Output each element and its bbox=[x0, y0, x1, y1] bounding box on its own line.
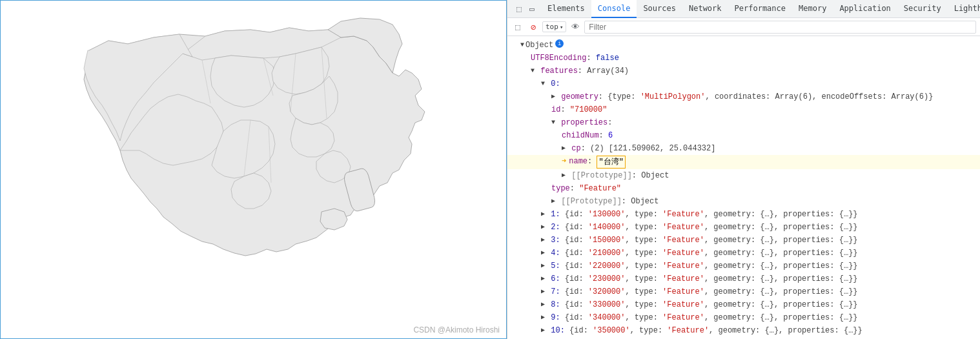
name-highlighted-line: ➜name: "台湾" bbox=[507, 155, 980, 169]
tab-elements[interactable]: Elements bbox=[541, 0, 591, 18]
name-value: "台湾" bbox=[597, 156, 625, 169]
tab-memory[interactable]: Memory bbox=[792, 0, 833, 18]
id-key: id bbox=[551, 104, 560, 116]
properties-triangle[interactable]: ▼ bbox=[551, 117, 555, 128]
device-icon[interactable]: ▭ bbox=[527, 4, 537, 14]
geometry-key: geometry bbox=[556, 91, 598, 103]
tab-lighthouse[interactable]: Lighthouse bbox=[948, 0, 980, 18]
childnum-line: childNum: 6 bbox=[507, 129, 980, 142]
features-key: features bbox=[536, 65, 578, 77]
tab-sources[interactable]: Sources bbox=[637, 0, 682, 18]
devtools-toolbar: ⬚ ⊘ top ▾ 👁 bbox=[507, 18, 980, 36]
features-triangle[interactable]: ▼ bbox=[531, 65, 535, 77]
proto1-line: ▶ [[Prototype]]: Object bbox=[507, 169, 980, 182]
watermark: CSDN @Akimoto Hiroshi bbox=[413, 325, 500, 334]
childnum-value: 6 bbox=[608, 130, 613, 141]
cp-triangle[interactable]: ▶ bbox=[562, 143, 566, 154]
item-0-line: ▼ 0: bbox=[507, 77, 980, 90]
list-item: ▶ 7: {id: '320000', type: 'Feature', geo… bbox=[507, 285, 980, 298]
list-item: ▶ 2: {id: '140000', type: 'Feature', geo… bbox=[507, 221, 980, 234]
id-line: id: "710000" bbox=[507, 103, 980, 116]
id-value: "710000" bbox=[570, 104, 607, 116]
sidebar-toggle-btn[interactable]: ⬚ bbox=[511, 21, 524, 34]
name-key: name bbox=[569, 156, 587, 167]
properties-key: properties bbox=[556, 117, 607, 128]
utf8-line: UTF8Encoding: false bbox=[507, 52, 980, 65]
list-item: ▶ 10: {id: '350000', type: 'Feature', ge… bbox=[507, 324, 980, 337]
context-selector[interactable]: top ▾ bbox=[542, 21, 566, 32]
type-key: type bbox=[551, 183, 570, 194]
item0-key: 0: bbox=[546, 78, 560, 90]
chevron-down-icon: ▾ bbox=[560, 24, 563, 30]
tab-console[interactable]: Console bbox=[591, 0, 637, 18]
tab-network[interactable]: Network bbox=[682, 0, 728, 18]
list-item: ▶ 9: {id: '340000', type: 'Feature', geo… bbox=[507, 311, 980, 324]
geometry-line: ▶ geometry: {type: 'MultiPolygon', coord… bbox=[507, 90, 980, 103]
arrow-indicator: ➜ bbox=[562, 156, 566, 167]
proto1-key: [[Prototype]] bbox=[567, 170, 632, 181]
cp-key: cp bbox=[567, 143, 581, 154]
childnum-key: childNum bbox=[562, 130, 599, 141]
tab-performance[interactable]: Performance bbox=[728, 0, 792, 18]
devtools-icon-group: ⬚ ▭ bbox=[510, 4, 541, 14]
utf8-value: false bbox=[591, 52, 619, 64]
proto2-key: [[Prototype]] bbox=[556, 196, 622, 207]
devtools-panel: ⬚ ▭ Elements Console Sources Network Per… bbox=[507, 0, 980, 339]
inspect-icon[interactable]: ⬚ bbox=[514, 4, 524, 14]
context-value: top bbox=[546, 23, 558, 31]
china-map bbox=[12, 12, 496, 328]
list-item: ▶ 3: {id: '150000', type: 'Feature', geo… bbox=[507, 234, 980, 247]
geometry-triangle[interactable]: ▶ bbox=[551, 91, 555, 103]
filter-input[interactable] bbox=[584, 21, 976, 34]
features-header-line: ▼ features: Array(34) bbox=[507, 65, 980, 77]
proto2-triangle[interactable]: ▶ bbox=[551, 196, 555, 207]
proto1-triangle[interactable]: ▶ bbox=[562, 170, 566, 181]
clear-console-btn[interactable]: ⊘ bbox=[527, 21, 540, 34]
expand-triangle[interactable]: ▼ bbox=[520, 39, 524, 51]
item0-triangle[interactable]: ▼ bbox=[541, 78, 545, 90]
cp-line: ▶ cp: (2) [121.509062, 25.044332] bbox=[507, 142, 980, 155]
tab-security[interactable]: Security bbox=[897, 0, 948, 18]
devtools-tab-bar: ⬚ ▭ Elements Console Sources Network Per… bbox=[507, 0, 980, 18]
list-item: ▶ 1: {id: '130000', type: 'Feature', geo… bbox=[507, 208, 980, 221]
object-header-line: ▼Objecti bbox=[507, 39, 980, 52]
list-item: ▶ 8: {id: '330000', type: 'Feature', geo… bbox=[507, 298, 980, 311]
utf8-key: UTF8Encoding bbox=[531, 52, 586, 64]
type-line: type: "Feature" bbox=[507, 182, 980, 195]
list-item: ▶ 5: {id: '220000', type: 'Feature', geo… bbox=[507, 260, 980, 272]
info-icon[interactable]: i bbox=[555, 39, 564, 48]
proto2-line: ▶ [[Prototype]]: Object bbox=[507, 195, 980, 208]
properties-line: ▼ properties: bbox=[507, 116, 980, 129]
console-output: ▼Objecti UTF8Encoding: false ▼ features:… bbox=[507, 36, 980, 339]
list-item: ▶ 4: {id: '210000', type: 'Feature', geo… bbox=[507, 247, 980, 260]
list-item: ▶ 6: {id: '230000', type: 'Feature', geo… bbox=[507, 272, 980, 285]
tab-application[interactable]: Application bbox=[833, 0, 897, 18]
type-value: "Feature" bbox=[579, 183, 621, 194]
eye-icon[interactable]: 👁 bbox=[569, 21, 582, 34]
map-panel: CSDN @Akimoto Hiroshi bbox=[0, 0, 507, 339]
